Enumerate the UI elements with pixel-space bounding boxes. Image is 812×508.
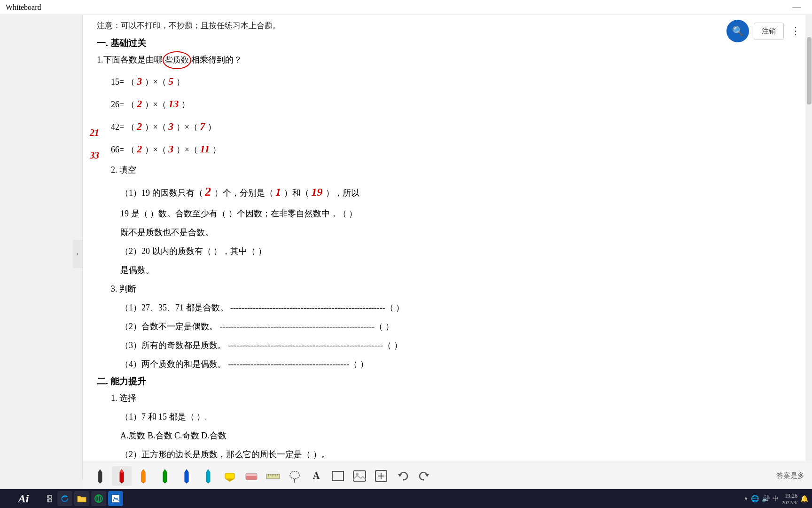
titlebar: Whiteboard —: [0, 0, 812, 15]
tray-expand-button[interactable]: ∧: [744, 495, 748, 502]
ie-icon: [94, 494, 103, 503]
pen-blue-button[interactable]: [177, 466, 196, 486]
pen-orange-button[interactable]: [133, 466, 153, 486]
network-icon: 🌐: [751, 495, 759, 503]
svg-marker-11: [206, 469, 210, 483]
svg-point-4: [120, 470, 123, 473]
more-menu-button[interactable]: ⋮: [789, 23, 803, 39]
q3-item4: （4）两个质数的和是偶数。 --------------------------…: [120, 356, 782, 373]
q1-line-26: 26= （ 2 ）×（ 13 ）: [111, 94, 782, 114]
svg-marker-0: [98, 469, 102, 483]
lasso-icon: [287, 468, 302, 484]
add-button[interactable]: [371, 466, 391, 486]
q2-sub2-cont: 是偶数。: [120, 262, 782, 278]
search-button[interactable]: 🔍: [726, 20, 749, 42]
more-menu-icon: ⋮: [790, 25, 801, 37]
rectangle-icon: [331, 470, 344, 482]
add-icon: [375, 469, 388, 483]
bottom-toolbar: A 答案是多: [83, 462, 812, 489]
pen-yellow-button[interactable]: [220, 466, 240, 486]
image-icon: [352, 470, 367, 482]
ai-label-area: Ai: [0, 489, 47, 508]
pen-blue-icon: [180, 468, 193, 484]
section2-header: 二. 能力提升: [97, 375, 782, 388]
q2-sub1-cont2: 既不是质数也不是合数。: [120, 224, 782, 241]
q2-select-sub2: （2）正方形的边长是质数，那么它的周长一定是（ ）。: [120, 446, 782, 461]
q2-sub2: （2）20 以内的质数有（ ），其中（ ）: [120, 243, 782, 260]
minimize-button[interactable]: —: [787, 2, 806, 12]
titlebar-title: Whiteboard: [6, 3, 41, 12]
cancel-button[interactable]: 注销: [754, 23, 784, 40]
scroll-thumb[interactable]: [807, 37, 812, 104]
speaker-icon: 🔊: [762, 495, 770, 503]
pen-red-icon: [115, 468, 128, 484]
svg-rect-13: [225, 473, 234, 479]
svg-rect-39: [48, 495, 52, 498]
q1-label: 1.下面各数是由哪些质数相乘得到的？: [97, 51, 782, 69]
eraser-icon: [244, 469, 259, 483]
redo-icon: [418, 469, 431, 483]
file-explorer-button[interactable]: [74, 491, 89, 506]
svg-marker-9: [185, 469, 188, 483]
left-chevron-icon: ‹: [77, 250, 79, 258]
svg-marker-5: [141, 469, 145, 483]
text-tool-icon: A: [313, 470, 320, 481]
highlighter-yellow-icon: [222, 469, 237, 483]
pen-black-button[interactable]: [90, 466, 110, 486]
whiteboard-taskbar-icon: [111, 494, 120, 503]
pen-cyan-button[interactable]: [198, 466, 218, 486]
redo-button[interactable]: [414, 466, 434, 486]
undo-icon: [396, 469, 409, 483]
svg-rect-26: [332, 471, 344, 481]
taskbar-clock[interactable]: 19:26 2022/3/: [781, 492, 797, 505]
q2-select-options1: A.质数 B.合数 C.奇数 D.合数: [120, 427, 782, 444]
image-button[interactable]: [350, 466, 369, 486]
pen-red-button[interactable]: [112, 466, 132, 486]
answer-hint: 答案是多: [776, 471, 804, 480]
edge-icon: [60, 494, 70, 503]
q3-item2: （2）合数不一定是偶数。 ---------------------------…: [120, 318, 782, 335]
pen-orange-icon: [137, 468, 150, 484]
ai-text: Ai: [18, 492, 29, 505]
svg-point-24: [290, 471, 299, 479]
ruler-button[interactable]: [263, 466, 283, 486]
q3-item1: （1）27、35、71 都是合数。 ----------------------…: [120, 299, 782, 316]
ruler-icon: [265, 469, 281, 483]
q3-item3: （3）所有的奇数都是质数。 --------------------------…: [120, 337, 782, 354]
q1-line-42: 21 42= （ 2 ）×（ 3 ）×（ 7 ）: [111, 116, 782, 137]
q1-line-66: 33 66= （ 2 ）×（ 3 ）×（ 11 ）: [111, 139, 782, 159]
svg-rect-16: [246, 476, 257, 480]
svg-marker-7: [163, 469, 167, 483]
text-tool-button[interactable]: A: [306, 466, 326, 486]
svg-marker-33: [425, 474, 429, 477]
lasso-button[interactable]: [285, 466, 304, 486]
scrollbar[interactable]: [806, 15, 812, 461]
left-nav-arrow[interactable]: ‹: [73, 240, 82, 268]
rectangle-button[interactable]: [328, 466, 348, 486]
document-content: 注意：可以不打印，不抄题；且按任练习本上合题。 一. 基础过关 1.下面各数是由…: [83, 15, 805, 461]
q2-label: 2. 填空: [111, 161, 782, 178]
ie-button[interactable]: [91, 491, 106, 506]
system-tray: ∧ 🌐 🔊 中 19:26 2022/3/ 🔔: [744, 492, 808, 505]
right-panel: 🔍 注销 ⋮: [726, 20, 803, 42]
svg-rect-41: [48, 499, 52, 502]
svg-rect-27: [353, 471, 366, 481]
section1-header: 一. 基础过关: [97, 37, 782, 49]
search-icon: 🔍: [732, 25, 744, 37]
q2-select-label: 1. 选择: [111, 389, 782, 406]
svg-marker-32: [398, 474, 402, 477]
q2-select-sub1: （1）7 和 15 都是（ ）.: [120, 408, 782, 425]
q2-sub1-cont: 19 是（ ）数。合数至少有（ ）个因数；在非零自然数中，（ ）: [120, 205, 782, 222]
pen-green-button[interactable]: [155, 466, 175, 486]
pen-cyan-icon: [202, 468, 215, 484]
edge-browser-button[interactable]: [57, 491, 72, 506]
q2-sub1: （1）19 的因数只有（ 2 ）个，分别是（ 1 ）和（ 19 ），所以: [120, 180, 782, 203]
eraser-button[interactable]: [242, 466, 261, 486]
undo-button[interactable]: [393, 466, 413, 486]
notification-button[interactable]: 🔔: [800, 495, 808, 503]
whiteboard-taskbar-button[interactable]: [108, 491, 123, 506]
ime-indicator[interactable]: 中: [773, 494, 779, 503]
svg-marker-14: [225, 479, 234, 482]
pen-black-icon: [94, 468, 107, 484]
pen-green-icon: [158, 468, 172, 484]
